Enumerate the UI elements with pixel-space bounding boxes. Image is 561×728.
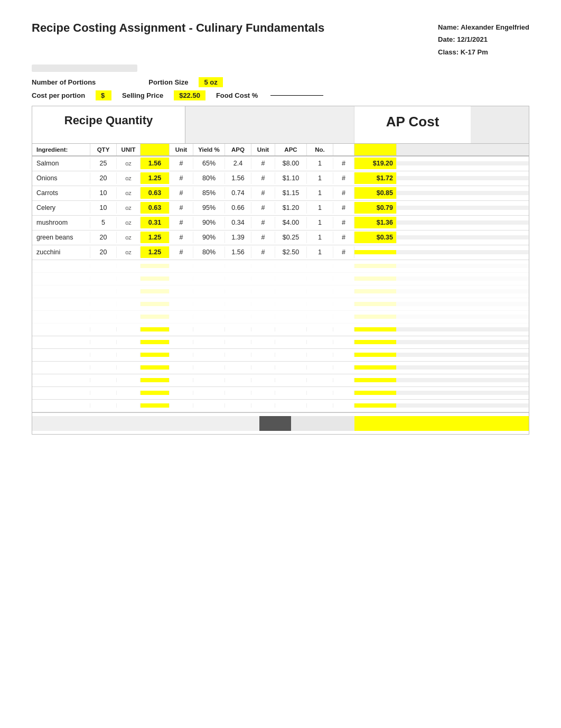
cell-apc: $1.15	[275, 187, 307, 199]
number-of-portions-label: Number of Portions	[32, 78, 96, 86]
empty-cell	[397, 327, 529, 331]
footer-yellow-2	[407, 416, 529, 431]
empty-cell	[307, 327, 333, 331]
empty-cell	[225, 340, 251, 344]
cell-apc: $4.00	[275, 217, 307, 228]
empty-cell	[354, 391, 397, 395]
cell-ingredient: Celery	[32, 202, 90, 214]
empty-cell	[397, 353, 529, 357]
footer-left-blurred	[32, 416, 259, 431]
page-title: Recipe Costing Assignment - Culinary Fun…	[32, 21, 324, 35]
empty-cell	[275, 315, 307, 319]
cell-ingredient: mushroom	[32, 217, 90, 228]
empty-cell	[307, 315, 333, 319]
cell-ingredient: green beans	[32, 232, 90, 243]
cell-no: 1	[307, 187, 333, 199]
empty-cell	[354, 264, 397, 268]
cell-unit2: #	[170, 158, 193, 169]
empty-cell	[170, 315, 193, 319]
empty-cell	[141, 403, 170, 408]
cell-unit3: #	[251, 246, 275, 258]
cell-apc: $8.00	[275, 158, 307, 169]
empty-cell	[251, 353, 275, 357]
cell-yield: 65%	[193, 158, 225, 169]
empty-cell	[193, 315, 225, 319]
date-value: 12/1/2021	[457, 35, 488, 43]
cell-no: 1	[307, 246, 333, 258]
empty-row	[32, 260, 529, 273]
cell-unit1: oz	[117, 247, 141, 257]
data-rows-container: Salmon25oz1.56#65%2.4#$8.001#$19.20Onion…	[32, 156, 529, 260]
cell-qty: 25	[90, 158, 117, 169]
empty-row	[32, 387, 529, 400]
empty-cell	[90, 365, 117, 370]
date-label: Date:	[438, 35, 455, 43]
empty-cell	[333, 391, 354, 395]
empty-cell	[170, 327, 193, 331]
empty-cell	[275, 327, 307, 331]
empty-cell	[225, 391, 251, 395]
empty-cell	[193, 403, 225, 408]
empty-cell	[275, 378, 307, 382]
dollar-sign: $	[96, 90, 111, 100]
empty-cell	[117, 327, 141, 331]
empty-cell	[225, 302, 251, 306]
empty-cell	[354, 353, 397, 357]
empty-cell	[32, 302, 90, 306]
empty-row	[32, 311, 529, 324]
cell-extra	[397, 161, 529, 165]
section-header-row: Recipe Quantity AP Cost	[32, 106, 529, 144]
table-row: Salmon25oz1.56#65%2.4#$8.001#$19.20	[32, 156, 529, 171]
empty-cell	[307, 365, 333, 370]
empty-cell	[193, 365, 225, 370]
cell-conv: 1.25	[141, 246, 170, 258]
empty-cell	[333, 378, 354, 382]
cell-yield: 80%	[193, 246, 225, 258]
cell-apc: $2.50	[275, 246, 307, 258]
empty-cell	[333, 365, 354, 370]
cell-unit4: #	[333, 232, 354, 243]
empty-cell	[141, 391, 170, 395]
empty-cell	[354, 277, 397, 281]
col-header-unit2: Unit	[170, 144, 193, 155]
empty-cell	[307, 391, 333, 395]
ap-cost-title: AP Cost	[360, 114, 465, 130]
empty-cell	[225, 315, 251, 319]
cell-qty: 20	[90, 232, 117, 243]
empty-row	[32, 362, 529, 374]
cell-no: 1	[307, 217, 333, 228]
empty-cell	[397, 340, 529, 344]
empty-cell	[141, 327, 170, 331]
cell-apc: $1.20	[275, 202, 307, 214]
cell-extra	[397, 206, 529, 210]
empty-cell	[333, 302, 354, 306]
empty-cell	[251, 391, 275, 395]
cell-no: 1	[307, 172, 333, 184]
empty-cell	[90, 353, 117, 357]
empty-cell	[193, 378, 225, 382]
cell-unit1: oz	[117, 217, 141, 228]
empty-cell	[275, 403, 307, 408]
empty-cell	[141, 264, 170, 268]
cell-apq: 0.74	[225, 187, 251, 199]
empty-row	[32, 273, 529, 285]
empty-cell	[307, 340, 333, 344]
col-header-apq: APQ	[225, 144, 251, 155]
selling-price-value: $22.50	[174, 90, 205, 100]
cell-no: 1	[307, 232, 333, 243]
cell-unit2: #	[170, 172, 193, 184]
cell-unit4: #	[333, 172, 354, 184]
empty-cell	[193, 340, 225, 344]
cell-qty: 10	[90, 202, 117, 214]
empty-row	[32, 298, 529, 311]
empty-cell	[90, 378, 117, 382]
cell-total: $19.20	[354, 158, 397, 169]
empty-cell	[170, 403, 193, 408]
recipe-name-blurred	[32, 64, 137, 72]
recipe-quantity-title: Recipe Quantity	[38, 114, 180, 127]
empty-cell	[32, 365, 90, 370]
cell-yield: 95%	[193, 202, 225, 214]
col-header-ingredient: Ingredient:	[32, 144, 90, 155]
footer-middle-dark	[259, 416, 291, 431]
empty-cell	[354, 365, 397, 370]
